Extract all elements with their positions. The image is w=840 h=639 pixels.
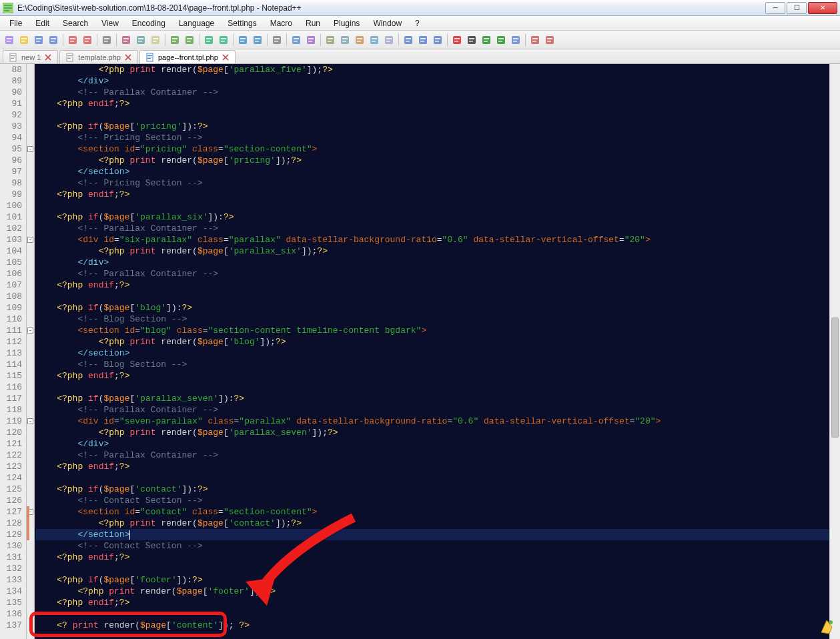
zoom-in-button[interactable] xyxy=(236,33,250,47)
print-button[interactable] xyxy=(100,33,113,47)
code-line[interactable]: </section> xyxy=(36,348,840,359)
show-all-button[interactable] xyxy=(304,33,318,47)
redo-button[interactable] xyxy=(183,33,196,47)
record-button[interactable] xyxy=(450,33,464,47)
code-editor[interactable]: 8889909192939495969798991001011021031041… xyxy=(0,64,840,639)
menu-plugins[interactable]: Plugins xyxy=(327,17,366,30)
menu-view[interactable]: View xyxy=(95,17,125,30)
code-line[interactable]: <?php if($page['footer']):?> xyxy=(36,574,840,586)
close-icon[interactable] xyxy=(222,53,230,61)
code-line[interactable]: <?php if($page['blog']):?> xyxy=(36,302,840,313)
menu-language[interactable]: Language xyxy=(172,17,221,30)
code-line[interactable]: <?php endif;?> xyxy=(36,552,840,563)
code-line[interactable]: <?php endif;?> xyxy=(36,370,840,382)
close-button[interactable] xyxy=(66,33,79,47)
code-line[interactable]: </div> xyxy=(36,257,840,268)
code-line[interactable]: <?php if($page['parallax_six']):?> xyxy=(36,211,840,223)
copy-button[interactable] xyxy=(134,33,147,47)
code-line[interactable]: <? print render($page['content']); ?> xyxy=(36,620,840,631)
tab-new-1[interactable]: new 1 xyxy=(3,50,58,63)
menu-file[interactable]: File xyxy=(3,17,29,30)
code-line[interactable]: </section> xyxy=(36,529,840,540)
menu-run[interactable]: Run xyxy=(299,17,327,30)
code-line[interactable]: <?php print render($page['contact']);?> xyxy=(36,518,840,529)
code-area[interactable]: <?php print render($page['parallax_five'… xyxy=(35,64,840,639)
new-file-button[interactable] xyxy=(3,33,16,47)
code-line[interactable]: <!-- Pricing Section --> xyxy=(36,132,840,143)
code-line[interactable]: <!-- Parallax Container --> xyxy=(36,87,840,98)
code-line[interactable]: <?php endif;?> xyxy=(36,98,840,109)
toggle-3-button[interactable] xyxy=(431,33,444,47)
code-line[interactable]: <div id="seven-parallax" class="parallax… xyxy=(36,416,840,427)
menu-edit[interactable]: Edit xyxy=(29,17,56,30)
code-line[interactable]: <?php endif;?> xyxy=(36,279,840,291)
fold-margin[interactable]: −−−−− xyxy=(27,64,35,639)
code-line[interactable]: <?php print render($page['parallax_six']… xyxy=(36,245,840,257)
code-line[interactable]: <!-- Parallax Container --> xyxy=(36,404,840,416)
code-line[interactable]: <?php if($page['parallax_seven']):?> xyxy=(36,393,840,404)
code-line[interactable] xyxy=(36,563,840,574)
fold-toggle[interactable]: − xyxy=(27,328,33,334)
replace-button[interactable] xyxy=(217,33,230,47)
code-line[interactable]: <?php print render($page['pricing']);?> xyxy=(36,155,840,166)
menu-macro[interactable]: Macro xyxy=(264,17,299,30)
tab-template-php[interactable]: template.php xyxy=(59,50,138,63)
user-lang-button[interactable] xyxy=(353,33,366,47)
minimize-button[interactable]: ─ xyxy=(765,2,785,14)
doc-map-button[interactable] xyxy=(368,33,381,47)
code-line[interactable]: <!-- Parallax Container --> xyxy=(36,450,840,461)
code-line[interactable]: <?php print render($page['parallax_seven… xyxy=(36,427,840,438)
spell-toggle-button[interactable] xyxy=(543,33,556,47)
func-list-button[interactable] xyxy=(382,33,396,47)
menu-help[interactable]: ? xyxy=(408,17,426,30)
vertical-scrollbar[interactable] xyxy=(829,64,840,639)
code-line[interactable]: <section id="blog" class="section-conten… xyxy=(36,325,840,336)
code-line[interactable]: <?php endif;?> xyxy=(36,597,840,608)
code-line[interactable]: <?php if($page['pricing']):?> xyxy=(36,121,840,132)
code-line[interactable]: <section id="contact" class="section-con… xyxy=(36,506,840,518)
code-line[interactable]: </div> xyxy=(36,75,840,87)
menu-search[interactable]: Search xyxy=(56,17,95,30)
zoom-out-button[interactable] xyxy=(251,33,264,47)
code-line[interactable] xyxy=(36,472,840,484)
close-icon[interactable] xyxy=(44,53,52,61)
code-line[interactable]: <!-- Parallax Container --> xyxy=(36,268,840,279)
save-button[interactable] xyxy=(32,33,45,47)
paste-button[interactable] xyxy=(149,33,162,47)
undo-button[interactable] xyxy=(168,33,181,47)
code-line[interactable]: </section> xyxy=(36,166,840,177)
code-line[interactable]: <!-- Contact Section --> xyxy=(36,495,840,506)
open-file-button[interactable] xyxy=(17,33,31,47)
code-line[interactable]: <!-- Pricing Section --> xyxy=(36,177,840,189)
code-line[interactable]: <!-- Contact Section --> xyxy=(36,540,840,552)
toggle-2-button[interactable] xyxy=(416,33,430,47)
fold-toggle[interactable]: − xyxy=(27,418,33,424)
scrollbar-thumb[interactable] xyxy=(831,317,839,438)
stop-button[interactable] xyxy=(465,33,478,47)
find-button[interactable] xyxy=(202,33,216,47)
code-line[interactable]: <?php print render($page['parallax_five'… xyxy=(36,64,840,75)
code-line[interactable]: <?php endif;?> xyxy=(36,189,840,200)
save-all-button[interactable] xyxy=(47,33,60,47)
code-line[interactable]: <?php endif;?> xyxy=(36,461,840,472)
code-line[interactable]: <?php print render($page['footer']);?> xyxy=(36,586,840,597)
code-line[interactable]: </div> xyxy=(36,438,840,450)
code-line[interactable]: <!-- Parallax Container --> xyxy=(36,223,840,234)
code-line[interactable] xyxy=(36,200,840,211)
close-all-button[interactable] xyxy=(81,33,94,47)
play-multi-button[interactable] xyxy=(494,33,508,47)
indent-guide-button[interactable] xyxy=(324,33,337,47)
menu-encoding[interactable]: Encoding xyxy=(125,17,172,30)
code-line[interactable] xyxy=(36,382,840,393)
menu-settings[interactable]: Settings xyxy=(221,17,263,30)
close-icon[interactable] xyxy=(124,53,132,61)
cut-button[interactable] xyxy=(119,33,133,47)
code-line[interactable]: <?php print render($page['blog']);?> xyxy=(36,336,840,348)
word-wrap-button[interactable] xyxy=(290,33,303,47)
close-window-button[interactable]: ✕ xyxy=(808,2,837,14)
code-line[interactable]: <section id="pricing" class="section-con… xyxy=(36,143,840,155)
code-line[interactable]: <!-- Blog Section --> xyxy=(36,359,840,370)
sync-button[interactable] xyxy=(270,33,284,47)
play-button[interactable] xyxy=(480,33,493,47)
code-line[interactable] xyxy=(36,109,840,121)
